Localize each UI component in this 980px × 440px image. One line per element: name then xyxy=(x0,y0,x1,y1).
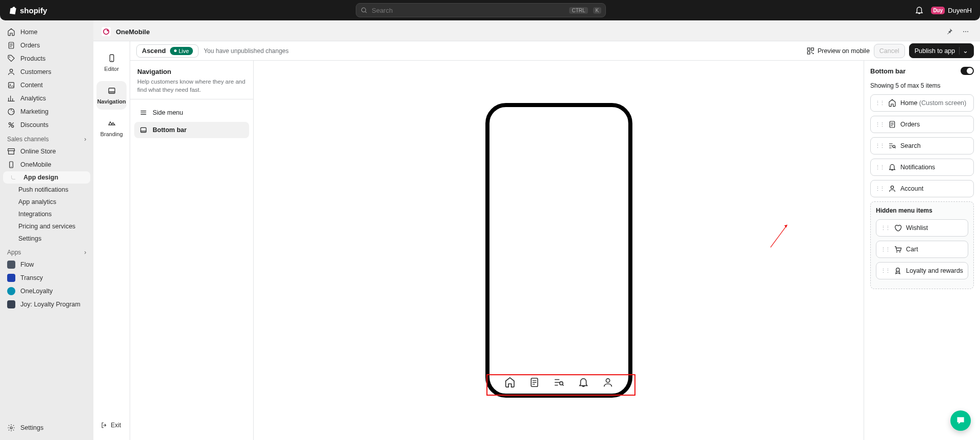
nav-push-notifications[interactable]: Push notifications xyxy=(3,184,90,196)
menu-item-orders[interactable]: ⋮⋮Orders xyxy=(870,116,974,133)
home-icon xyxy=(888,99,896,107)
chevron-down-icon[interactable]: ⌄ xyxy=(959,47,968,55)
nav-app-design[interactable]: App design xyxy=(3,171,90,184)
menu-item-search[interactable]: ⋮⋮Search xyxy=(870,137,974,154)
nav-oneloyalty[interactable]: OneLoyalty xyxy=(3,284,90,298)
phone-frame xyxy=(485,103,632,398)
drag-handle-icon[interactable]: ⋮⋮ xyxy=(880,225,890,231)
tab-branding[interactable]: Branding xyxy=(96,114,127,142)
status-badge: Live xyxy=(170,47,193,55)
user-icon xyxy=(7,68,15,76)
shopify-logo[interactable]: shopify xyxy=(8,6,47,15)
left-sidebar: Home Orders Products Customers Content A… xyxy=(0,20,93,440)
action-bar: Ascend Live You have unpublished changes… xyxy=(130,41,980,61)
nav-panel-desc: Help customers know where they are and f… xyxy=(137,77,246,94)
brand-text: shopify xyxy=(20,6,47,15)
nav-orders[interactable]: Orders xyxy=(3,39,90,52)
bottombar-icon xyxy=(107,86,116,95)
nav-pricing[interactable]: Pricing and services xyxy=(3,220,90,232)
more-button[interactable] xyxy=(960,25,972,38)
drag-handle-icon[interactable]: ⋮⋮ xyxy=(875,100,884,107)
secondary-sidebar: Editor Navigation Branding Exit xyxy=(93,41,130,440)
nav-analytics[interactable]: Analytics xyxy=(3,92,90,105)
tab-navigation[interactable]: Navigation xyxy=(96,81,127,110)
phone-home-icon[interactable] xyxy=(504,377,516,388)
pin-button[interactable] xyxy=(943,25,955,38)
drag-handle-icon[interactable]: ⋮⋮ xyxy=(880,246,890,253)
nav-joy[interactable]: Joy: Loyalty Program xyxy=(3,298,90,311)
phone-search-icon[interactable] xyxy=(553,377,565,388)
publish-button[interactable]: Publish to app⌄ xyxy=(909,43,974,58)
hidden-item-loyalty[interactable]: ⋮⋮Loyalty and rewards xyxy=(876,262,968,279)
search-icon xyxy=(360,7,368,14)
search-box[interactable]: CTRL K xyxy=(356,3,606,17)
right-panel-title: Bottom bar xyxy=(870,67,905,75)
hidden-item-wishlist[interactable]: ⋮⋮Wishlist xyxy=(876,219,968,237)
menu-item-home[interactable]: ⋮⋮Home (Custom screen) xyxy=(870,94,974,112)
orders-icon xyxy=(7,41,15,49)
tab-editor[interactable]: Editor xyxy=(96,48,127,77)
search-input[interactable] xyxy=(372,7,564,14)
nav-customers[interactable]: Customers xyxy=(3,65,90,79)
user-menu[interactable]: Duy DuyenH xyxy=(931,7,972,14)
chevron-right-icon: › xyxy=(84,249,86,256)
theme-pill[interactable]: Ascend Live xyxy=(136,44,199,58)
nav-home[interactable]: Home xyxy=(3,25,90,39)
kbd-k: K xyxy=(593,7,602,14)
cancel-button: Cancel xyxy=(874,44,905,58)
gear-icon xyxy=(7,424,15,432)
user-icon xyxy=(888,185,896,193)
unpublished-note: You have unpublished changes xyxy=(204,47,288,55)
mobile-icon xyxy=(7,161,15,169)
exit-icon xyxy=(101,422,108,429)
nav-bottom-bar[interactable]: Bottom bar xyxy=(134,122,249,138)
chat-icon xyxy=(955,416,966,426)
menu-icon xyxy=(139,109,148,117)
drag-handle-icon[interactable]: ⋮⋮ xyxy=(875,143,884,149)
app-logo-icon xyxy=(102,27,111,36)
phone-account-icon[interactable] xyxy=(602,377,614,388)
avatar: Duy xyxy=(931,7,945,14)
nav-integrations[interactable]: Integrations xyxy=(3,208,90,220)
tag-icon xyxy=(7,55,15,63)
bottom-bar-toggle[interactable] xyxy=(961,67,974,75)
nav-app-analytics[interactable]: App analytics xyxy=(3,196,90,208)
nav-flow[interactable]: Flow xyxy=(3,258,90,271)
nav-marketing[interactable]: Marketing xyxy=(3,105,90,118)
nav-panel-title: Navigation xyxy=(137,68,246,75)
theme-name: Ascend xyxy=(142,47,166,55)
right-panel: Bottom bar Showing 5 of max 5 items ⋮⋮Ho… xyxy=(864,61,980,440)
preview-button[interactable]: Preview on mobile xyxy=(806,47,870,55)
exit-button[interactable]: Exit xyxy=(96,418,127,433)
hidden-items-title: Hidden menu items xyxy=(876,207,968,214)
percent-icon xyxy=(7,121,15,129)
chat-fab[interactable] xyxy=(950,410,971,431)
section-apps[interactable]: Apps› xyxy=(3,245,90,258)
drag-handle-icon[interactable]: ⋮⋮ xyxy=(875,164,884,171)
nav-settings[interactable]: Settings xyxy=(3,421,90,435)
nav-transcy[interactable]: Transcy xyxy=(3,271,90,284)
nav-content[interactable]: Content xyxy=(3,79,90,92)
nav-discounts[interactable]: Discounts xyxy=(3,118,90,132)
content-icon xyxy=(7,81,15,89)
drag-handle-icon[interactable]: ⋮⋮ xyxy=(875,186,884,192)
section-sales[interactable]: Sales channels› xyxy=(3,132,90,145)
hidden-item-cart[interactable]: ⋮⋮Cart xyxy=(876,241,968,258)
nav-settings-sub[interactable]: Settings xyxy=(3,232,90,245)
phone-bell-icon[interactable] xyxy=(578,377,589,388)
heart-icon xyxy=(894,224,902,232)
svg-point-27 xyxy=(107,30,109,32)
qr-icon xyxy=(806,47,815,55)
bell-icon[interactable] xyxy=(915,6,924,15)
menu-item-notifications[interactable]: ⋮⋮Notifications xyxy=(870,159,974,176)
chevron-right-icon: › xyxy=(84,136,86,143)
phone-orders-icon[interactable] xyxy=(529,377,540,388)
drag-handle-icon[interactable]: ⋮⋮ xyxy=(880,268,890,274)
nav-online-store[interactable]: Online Store xyxy=(3,145,90,158)
menu-item-account[interactable]: ⋮⋮Account xyxy=(870,180,974,197)
drag-handle-icon[interactable]: ⋮⋮ xyxy=(875,121,884,128)
nav-products[interactable]: Products xyxy=(3,52,90,65)
nav-side-menu[interactable]: Side menu xyxy=(134,105,249,121)
nav-onemobile[interactable]: OneMobile xyxy=(3,158,90,171)
home-icon xyxy=(7,28,15,36)
